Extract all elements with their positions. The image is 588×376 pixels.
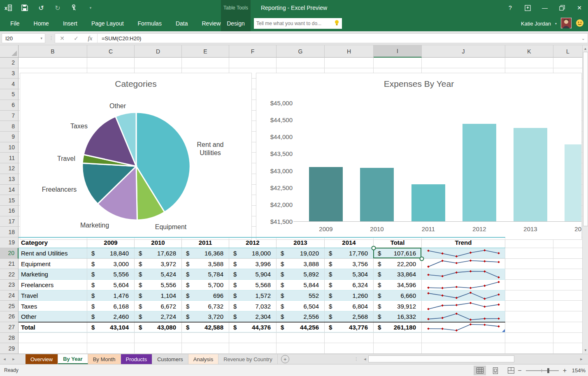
- column-header-K[interactable]: K: [505, 45, 553, 58]
- formula-field[interactable]: ✕ ✓ fx =SUM(C20:H20) ⌄: [55, 33, 588, 43]
- table-header-2013[interactable]: 2013: [277, 237, 325, 248]
- table-cell[interactable]: $5,556: [87, 269, 135, 280]
- tab-design[interactable]: Design: [221, 16, 251, 31]
- view-page-break-button[interactable]: [505, 366, 517, 375]
- bar-2014[interactable]: [565, 144, 582, 221]
- sparkline-cell[interactable]: [422, 258, 505, 269]
- sheet-tab-analysis[interactable]: Analysis: [188, 354, 218, 364]
- sparkline-cell[interactable]: [422, 290, 505, 301]
- table-cell[interactable]: $17,760: [325, 248, 374, 259]
- zoom-level[interactable]: 154%: [571, 367, 586, 374]
- hscroll-left-icon[interactable]: ◄: [362, 357, 368, 361]
- vscroll-down-icon[interactable]: ▼: [583, 348, 588, 352]
- row-header-5[interactable]: 5: [0, 89, 19, 100]
- smiley-feedback-button[interactable]: [576, 19, 584, 28]
- sparkline-cell[interactable]: [422, 322, 505, 333]
- table-header-category[interactable]: Category: [19, 237, 87, 248]
- table-cell-category[interactable]: Travel: [19, 290, 87, 301]
- table-cell[interactable]: $39,912: [374, 301, 422, 311]
- table-cell[interactable]: $3,972: [135, 258, 182, 269]
- column-header-G[interactable]: G: [277, 45, 325, 58]
- table-cell[interactable]: $552: [277, 290, 325, 301]
- table-header-2014[interactable]: 2014: [325, 237, 374, 248]
- select-all-corner[interactable]: [0, 45, 19, 58]
- user-area[interactable]: Katie Jordan ▾: [521, 16, 584, 31]
- table-cell[interactable]: $2,304: [229, 311, 277, 322]
- table-cell[interactable]: $3,000: [87, 258, 135, 269]
- table-cell[interactable]: $16,332: [374, 311, 422, 322]
- table-header-2010[interactable]: 2010: [135, 237, 182, 248]
- table-cell[interactable]: $17,628: [135, 248, 182, 259]
- cancel-icon[interactable]: ✕: [55, 35, 69, 42]
- name-box-dropdown-icon[interactable]: ▾: [40, 36, 42, 40]
- ribbon-tab-formulas[interactable]: Formulas: [131, 16, 169, 31]
- column-header-C[interactable]: C: [87, 45, 135, 58]
- table-cell[interactable]: $3,996: [229, 258, 277, 269]
- ribbon-display-options-button[interactable]: [519, 0, 536, 16]
- formula-bar-expand-icon[interactable]: ⌄: [581, 36, 585, 41]
- table-cell[interactable]: $19,020: [277, 248, 325, 259]
- table-cell[interactable]: $696: [182, 290, 229, 301]
- table-cell[interactable]: $261,180: [374, 322, 422, 333]
- view-page-layout-button[interactable]: [489, 366, 502, 375]
- sparkline-cell[interactable]: [422, 280, 505, 290]
- row-header-6[interactable]: 6: [0, 100, 19, 111]
- table-cell-category[interactable]: Freelancers: [19, 280, 87, 290]
- table-cell[interactable]: $6,672: [135, 301, 182, 311]
- table-cell-category[interactable]: Equipment: [19, 258, 87, 269]
- pie-chart-object[interactable]: CategoriesRent and UtilitiesEquipmentMar…: [20, 73, 252, 240]
- row-header-16[interactable]: 16: [0, 206, 19, 216]
- table-cell[interactable]: $44,376: [229, 322, 277, 333]
- table-resize-handle[interactable]: [502, 329, 505, 332]
- enter-icon[interactable]: ✓: [69, 35, 83, 42]
- ribbon-tab-data[interactable]: Data: [169, 16, 195, 31]
- column-header-F[interactable]: F: [229, 45, 277, 58]
- table-cell[interactable]: $6,660: [374, 290, 422, 301]
- table-cell[interactable]: $5,424: [135, 269, 182, 280]
- qat-customize-dropdown[interactable]: ▾: [86, 4, 95, 12]
- bar-2011[interactable]: [411, 184, 445, 221]
- formula-text[interactable]: =SUM(C20:H20): [102, 35, 141, 42]
- horizontal-scrollbar[interactable]: ⋮ ◄ ►: [354, 355, 585, 363]
- hscroll-grip[interactable]: ⋮: [354, 357, 358, 361]
- table-cell-category[interactable]: Rent and Utilities: [19, 248, 87, 259]
- table-cell[interactable]: $16,368: [182, 248, 229, 259]
- vscroll-up-icon[interactable]: ▲: [583, 45, 588, 51]
- table-cell[interactable]: $43,776: [325, 322, 374, 333]
- table-header-trend[interactable]: Trend: [422, 237, 505, 248]
- row-header-14[interactable]: 14: [0, 185, 19, 195]
- table-cell-category[interactable]: Other: [19, 311, 87, 322]
- grid-area[interactable]: CategoriesRent and UtilitiesEquipmentMar…: [19, 58, 582, 354]
- table-cell[interactable]: $18,840: [87, 248, 135, 259]
- table-cell[interactable]: $2,724: [135, 311, 182, 322]
- table-header-total[interactable]: Total: [374, 237, 422, 248]
- row-header-19[interactable]: 19: [0, 237, 19, 248]
- row-header-20[interactable]: 20: [0, 248, 19, 259]
- column-header-H[interactable]: H: [325, 45, 374, 58]
- zoom-slider-thumb[interactable]: [547, 368, 549, 373]
- insert-function-icon[interactable]: fx: [83, 35, 97, 42]
- sparkline-cell[interactable]: [422, 301, 505, 311]
- column-header-D[interactable]: D: [135, 45, 182, 58]
- table-cell[interactable]: $3,756: [325, 258, 374, 269]
- table-header-2012[interactable]: 2012: [229, 237, 277, 248]
- row-header-13[interactable]: 13: [0, 174, 19, 185]
- restore-button[interactable]: [553, 0, 571, 16]
- name-box[interactable]: I20 ▾: [2, 33, 45, 43]
- table-cell[interactable]: $5,604: [87, 280, 135, 290]
- table-cell[interactable]: $3,888: [277, 258, 325, 269]
- bar-chart-object[interactable]: Expenses By Year$45,000$44,500$44,000$43…: [256, 73, 582, 240]
- table-cell[interactable]: $2,568: [325, 311, 374, 322]
- bar-2010[interactable]: [360, 168, 394, 221]
- sheet-tab-overview[interactable]: Overview: [26, 354, 58, 364]
- table-cell[interactable]: $2,460: [87, 311, 135, 322]
- table-cell[interactable]: $5,304: [325, 269, 374, 280]
- table-header-2009[interactable]: 2009: [87, 237, 135, 248]
- row-header-17[interactable]: 17: [0, 216, 19, 227]
- row-header-3[interactable]: 3: [0, 68, 19, 79]
- row-header-24[interactable]: 24: [0, 290, 19, 301]
- table-cell[interactable]: $5,784: [182, 269, 229, 280]
- row-header-10[interactable]: 10: [0, 142, 19, 153]
- row-header-15[interactable]: 15: [0, 195, 19, 206]
- table-cell[interactable]: $5,568: [229, 280, 277, 290]
